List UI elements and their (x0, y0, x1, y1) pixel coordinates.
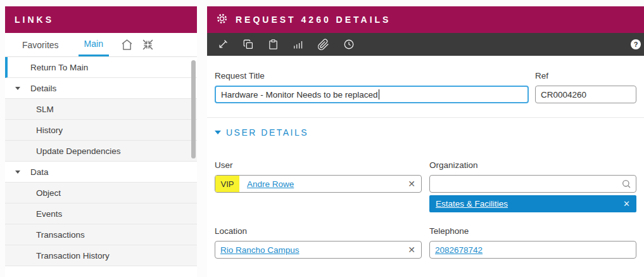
section-divider (207, 117, 644, 118)
sidebar-tabs: Favorites Main (5, 33, 197, 57)
sidebar-item-label: Transactions (36, 230, 85, 240)
location-label: Location (215, 226, 422, 236)
location-link[interactable]: Rio Rancho Campus (215, 245, 300, 255)
user-link[interactable]: Andre Rowe (247, 179, 294, 189)
caret-down-icon (15, 171, 20, 174)
sidebar-item-slm[interactable]: SLM (5, 99, 197, 120)
sidebar-item-label: Data (30, 167, 49, 177)
sidebar-item-label: Object (36, 188, 61, 198)
sidebar-title: LINKS (5, 6, 197, 33)
location-field: Location Rio Rancho Campus ✕ (215, 226, 422, 259)
request-details-panel: REQUEST 4260 DETAILS (207, 6, 644, 277)
sidebar-item-return-to-main[interactable]: Return To Main (5, 57, 197, 78)
form-content: Request Title Hardware - Monitor Needs t… (207, 71, 644, 259)
ref-label: Ref (535, 71, 636, 81)
request-title-input[interactable]: Hardware - Monitor Needs to be replaced (215, 86, 529, 103)
ref-input[interactable] (535, 86, 636, 103)
user-details-section-label: USER DETAILS (226, 127, 308, 138)
telephone-label: Telephone (429, 226, 636, 236)
user-field: User VIP Andre Rowe ✕ (215, 160, 422, 212)
panel-header: REQUEST 4260 DETAILS (207, 6, 644, 33)
sidebar-menu: Return To MainDetailsSLMHistoryUpdate De… (5, 57, 197, 266)
telephone-link[interactable]: 2082678742 (430, 245, 483, 255)
location-clear-icon[interactable]: ✕ (408, 245, 415, 254)
sidebar-item-label: Transaction History (36, 251, 110, 261)
copy-icon[interactable] (243, 39, 254, 50)
telephone-input: 2082678742 (429, 241, 636, 259)
request-title-value: Hardware - Monitor Needs to be replaced (216, 90, 378, 100)
sidebar-tab-icons (120, 33, 155, 56)
sidebar-item-events[interactable]: Events (5, 203, 197, 224)
collapse-icon[interactable] (141, 38, 155, 51)
clock-icon[interactable] (343, 39, 355, 50)
location-input: Rio Rancho Campus ✕ (215, 241, 422, 259)
organization-field: Organization Estates & Facilities ✕ (429, 160, 636, 212)
vip-badge: VIP (215, 176, 239, 192)
text-cursor (379, 89, 379, 100)
clipboard-icon[interactable] (268, 39, 279, 50)
page-title: REQUEST 4260 DETAILS (236, 15, 391, 25)
sidebar-item-data[interactable]: Data (5, 162, 197, 183)
organization-tag-close-icon[interactable]: ✕ (623, 200, 630, 208)
organization-search-input[interactable] (429, 175, 636, 193)
sidebar-scrollbar[interactable] (191, 60, 196, 158)
sidebar-item-details[interactable]: Details (5, 78, 197, 99)
user-input: VIP Andre Rowe ✕ (215, 175, 422, 193)
request-title-label: Request Title (215, 71, 529, 81)
help-button[interactable]: ? (631, 39, 641, 49)
sidebar-item-object[interactable]: Object (5, 183, 197, 203)
sidebar-item-label: Events (36, 209, 62, 219)
sidebar-item-transactions[interactable]: Transactions (5, 224, 197, 245)
tab-main[interactable]: Main (79, 33, 109, 56)
user-details-section-header[interactable]: USER DETAILS (215, 127, 636, 138)
paperclip-icon[interactable] (317, 39, 329, 51)
search-icon (621, 179, 631, 189)
user-clear-icon[interactable]: ✕ (408, 179, 415, 188)
links-sidebar: LINKS Favorites Main Return To MainDetai… (5, 6, 197, 277)
sidebar-item-history[interactable]: History (5, 120, 197, 141)
sidebar-item-transaction-history[interactable]: Transaction History (5, 245, 197, 266)
toolbar: ? (207, 33, 644, 56)
sidebar-item-label: SLM (36, 105, 54, 114)
home-icon[interactable] (120, 38, 134, 51)
sidebar-item-update-dependencies[interactable]: Update Dependencies (5, 141, 197, 162)
sidebar-item-label: Return To Main (30, 63, 88, 72)
sidebar-item-label: Update Dependencies (36, 146, 121, 156)
bar-chart-icon[interactable] (293, 39, 303, 50)
organization-label: Organization (429, 160, 636, 170)
caret-down-icon (15, 87, 20, 90)
telephone-field: Telephone 2082678742 (429, 226, 636, 259)
chevron-down-icon (215, 131, 221, 134)
organization-tag-link[interactable]: Estates & Facilities (436, 199, 508, 209)
sidebar-item-label: Details (30, 84, 56, 93)
tab-favorites[interactable]: Favorites (16, 33, 65, 56)
user-label: User (215, 160, 422, 170)
sidebar-item-label: History (36, 126, 63, 135)
pin-icon[interactable] (217, 39, 229, 50)
organization-tag: Estates & Facilities ✕ (429, 195, 636, 212)
gear-icon (216, 13, 228, 27)
